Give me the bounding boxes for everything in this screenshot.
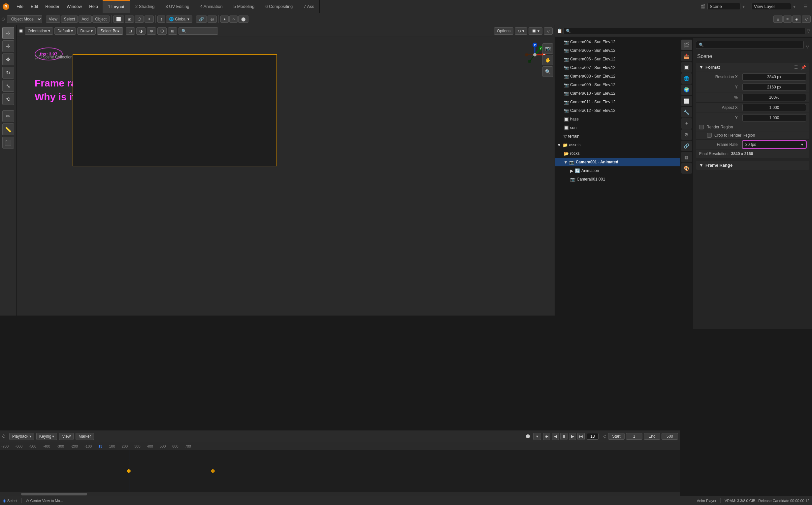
orientation-btn[interactable]: Orientation ▾ bbox=[25, 27, 53, 35]
viewport-icon3[interactable]: ⊕ bbox=[147, 27, 156, 35]
crop-render-checkbox[interactable] bbox=[707, 133, 712, 138]
tab-uv[interactable]: 3 UV Editing bbox=[160, 0, 195, 13]
tool-move[interactable]: ✥ bbox=[2, 53, 14, 65]
hand-tool-btn[interactable]: ✋ bbox=[543, 55, 553, 65]
prev-keyframe-btn[interactable]: ◀ bbox=[552, 433, 559, 440]
keyframe-dot[interactable] bbox=[526, 435, 530, 438]
next-keyframe-btn[interactable]: ▶ bbox=[569, 433, 576, 440]
tab-layout[interactable]: 1 Layout bbox=[103, 0, 130, 13]
tab-compositing[interactable]: 6 Compositing bbox=[260, 0, 298, 13]
add-btn[interactable]: Add bbox=[78, 15, 91, 23]
scrollbar-thumb[interactable] bbox=[21, 493, 87, 495]
prop-tab-world[interactable]: 🌍 bbox=[681, 85, 692, 95]
overlay-btn[interactable]: ≡ bbox=[783, 15, 792, 23]
prop-tab-render[interactable]: 🎬 bbox=[681, 40, 692, 50]
prop-tab-view-layer[interactable]: 🔲 bbox=[681, 62, 692, 72]
viewport-icon4[interactable]: ⬡ bbox=[157, 27, 167, 35]
current-frame-display[interactable]: 13 bbox=[587, 433, 599, 440]
view-layer-input[interactable] bbox=[752, 3, 791, 10]
tab-asset[interactable]: 7 Ass bbox=[298, 0, 320, 13]
select-btn[interactable]: Select bbox=[61, 15, 78, 23]
render-region-checkbox[interactable] bbox=[699, 125, 704, 129]
play-btn[interactable]: ⏸ bbox=[560, 433, 568, 440]
tool-add-cube[interactable]: ⬛ bbox=[2, 137, 14, 149]
prop-tab-data[interactable]: ▦ bbox=[681, 152, 692, 162]
prop-tab-modifier[interactable]: 🔧 bbox=[681, 107, 692, 118]
prop-tab-material[interactable]: 🎨 bbox=[681, 163, 692, 174]
icon-box1[interactable]: ⬜ bbox=[113, 15, 124, 23]
draw-btn[interactable]: Draw ▾ bbox=[77, 27, 95, 35]
format-menu-icon[interactable]: ☰ bbox=[794, 65, 798, 70]
prop-tab-scene[interactable]: 🌐 bbox=[681, 73, 692, 84]
tool-cursor[interactable]: ✛ bbox=[2, 40, 14, 52]
zoom-btn[interactable]: 🔍 bbox=[543, 66, 553, 77]
gizmo-btn[interactable]: ⊞ bbox=[773, 15, 783, 23]
scene-dropdown-icon[interactable]: ▾ bbox=[742, 4, 745, 9]
shading-wire[interactable]: ○ bbox=[229, 15, 238, 23]
aspect-x-value[interactable]: 1.000 bbox=[742, 104, 806, 111]
outliner-filter-icon[interactable]: ▽ bbox=[807, 28, 810, 33]
prop-tab-constraints[interactable]: 🔗 bbox=[681, 141, 692, 151]
options-btn[interactable]: Options bbox=[494, 27, 514, 35]
filter-viewport-btn[interactable]: ▽ bbox=[544, 27, 553, 35]
view-btn2[interactable]: View bbox=[59, 433, 73, 440]
format-pin-icon[interactable]: 📌 bbox=[801, 65, 806, 70]
view-layer-dropdown-icon[interactable]: ▾ bbox=[793, 4, 796, 9]
viewport-area[interactable]: 🔲 Orientation ▾ Default ▾ Draw ▾ Select … bbox=[16, 25, 555, 316]
transform-icon[interactable]: ↕ bbox=[157, 15, 165, 23]
frame-range-section[interactable]: ▼ Frame Range bbox=[696, 161, 809, 170]
format-header[interactable]: ▼ Format ☰ 📌 bbox=[696, 63, 809, 72]
viewport-icon2[interactable]: ◑ bbox=[136, 27, 146, 35]
tab-shading[interactable]: 2 Shading bbox=[130, 0, 160, 13]
resolution-pct-value[interactable]: 100% bbox=[742, 94, 806, 101]
props-search-input[interactable] bbox=[696, 41, 804, 49]
start-frame-input[interactable] bbox=[608, 433, 625, 440]
cam001-expand[interactable]: ▼ bbox=[564, 160, 568, 165]
filter-btn[interactable]: ▽ bbox=[802, 15, 811, 23]
view-btn[interactable]: View bbox=[46, 15, 60, 23]
viewport-search[interactable] bbox=[179, 27, 218, 35]
menu-render[interactable]: Render bbox=[42, 3, 63, 10]
outliner-search[interactable] bbox=[564, 28, 805, 34]
marker-btn[interactable]: Marker bbox=[75, 433, 94, 440]
tool-measure[interactable]: 📏 bbox=[2, 124, 14, 135]
anim-expand[interactable]: ▶ bbox=[570, 168, 574, 173]
prop-tab-physics[interactable]: ⚙ bbox=[681, 129, 692, 140]
keyframe-dropdown-btn[interactable]: ▾ bbox=[533, 433, 541, 440]
snap-icon[interactable]: 🔗 bbox=[196, 15, 207, 23]
icon-box2[interactable]: ◉ bbox=[125, 15, 134, 23]
menu-help[interactable]: Help bbox=[86, 3, 101, 10]
object-btn[interactable]: Object bbox=[92, 15, 110, 23]
menu-file[interactable]: File bbox=[13, 3, 27, 10]
pivot-btn[interactable]: ⊙ ▾ bbox=[515, 27, 527, 35]
end-label-input[interactable] bbox=[644, 433, 660, 440]
assets-collapse[interactable]: ▼ bbox=[557, 143, 561, 148]
props-filter-icon[interactable]: ▽ bbox=[806, 43, 809, 49]
tab-animation[interactable]: 4 Animation bbox=[195, 0, 228, 13]
start-val-input[interactable] bbox=[626, 433, 642, 440]
viewport-icon5[interactable]: ⊞ bbox=[168, 27, 177, 35]
tool-select[interactable]: ⊹ bbox=[2, 27, 14, 39]
xray-btn[interactable]: ◈ bbox=[792, 15, 801, 23]
prop-tab-particles[interactable]: ✦ bbox=[681, 118, 692, 129]
go-end-btn[interactable]: ⏭ bbox=[577, 433, 585, 440]
icon-box4[interactable]: ✦ bbox=[145, 15, 154, 23]
global-btn[interactable]: 🌐 Global ▾ bbox=[166, 15, 192, 23]
prop-tab-object[interactable]: ⬜ bbox=[681, 96, 692, 106]
mode-select[interactable]: Object Mode bbox=[7, 15, 42, 23]
resolution-y-value[interactable]: 2160 px bbox=[742, 83, 806, 91]
resolution-x-value[interactable]: 3840 px bbox=[742, 73, 806, 80]
menu-window[interactable]: Window bbox=[63, 3, 85, 10]
keying-btn[interactable]: Keying ▾ bbox=[36, 433, 57, 440]
tool-transform[interactable]: ⟲ bbox=[2, 93, 14, 105]
frame-rate-dropdown[interactable]: 30 fps ▾ bbox=[742, 141, 806, 148]
end-val-input[interactable] bbox=[661, 433, 678, 440]
icon-box3[interactable]: ⬡ bbox=[135, 15, 144, 23]
viewport-icon1[interactable]: ⊡ bbox=[126, 27, 135, 35]
timeline-scrollbar[interactable] bbox=[0, 492, 680, 496]
default-btn[interactable]: Default ▾ bbox=[54, 27, 76, 35]
shading-solid[interactable]: ● bbox=[220, 15, 229, 23]
filter-icon[interactable]: ☰ bbox=[803, 4, 808, 9]
playback-btn[interactable]: Playback ▾ bbox=[9, 433, 34, 440]
tool-scale[interactable]: ⤡ bbox=[2, 80, 14, 92]
